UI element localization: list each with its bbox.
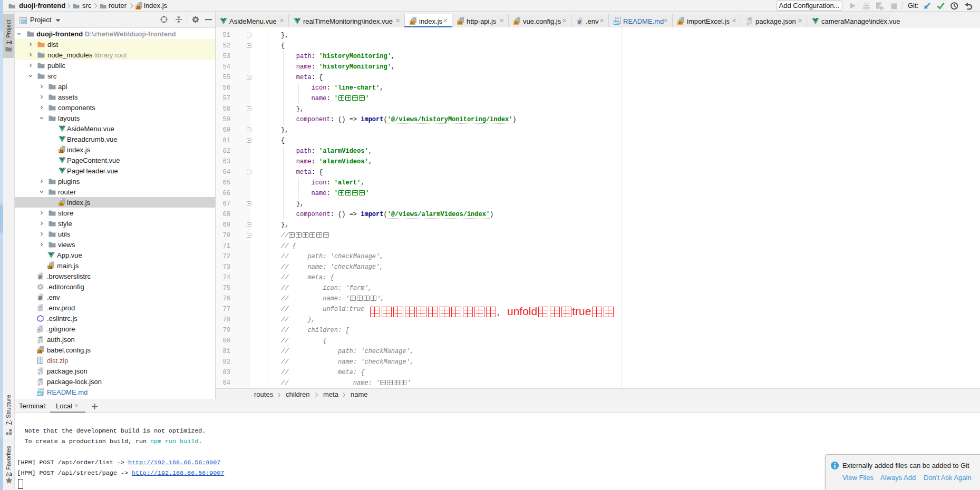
svg-text:JS: JS	[59, 149, 64, 153]
svg-text:JS: JS	[37, 349, 42, 353]
svg-text:JS: JS	[48, 265, 53, 269]
svg-text:JS: JS	[410, 21, 415, 25]
svg-text:{}: {}	[37, 381, 40, 386]
svg-text:JS: JS	[514, 21, 519, 25]
svg-text:MD: MD	[37, 391, 42, 395]
svg-text:MD: MD	[614, 21, 619, 25]
svg-text:JS: JS	[678, 21, 683, 25]
svg-text:{}: {}	[37, 371, 40, 375]
svg-text:JS: JS	[136, 6, 141, 9]
svg-text:JS: JS	[458, 21, 462, 25]
svg-text:JS: JS	[59, 202, 64, 205]
svg-text:{}: {}	[37, 339, 40, 344]
svg-text:{}: {}	[746, 21, 749, 25]
